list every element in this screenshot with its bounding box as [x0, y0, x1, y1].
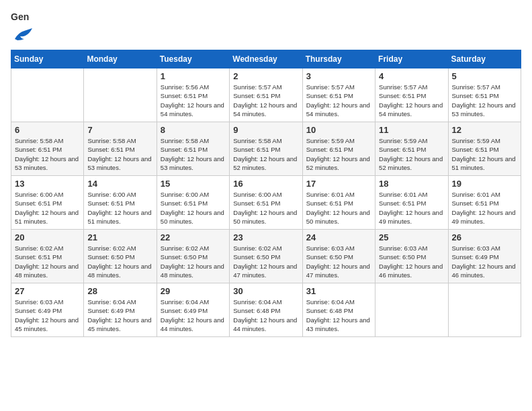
calendar-cell: 4 Sunrise: 5:57 AMSunset: 6:51 PMDayligh…	[375, 68, 448, 122]
day-info: Sunrise: 6:02 AMSunset: 6:50 PMDaylight:…	[233, 244, 298, 279]
day-info: Sunrise: 6:02 AMSunset: 6:50 PMDaylight:…	[87, 244, 152, 279]
day-info: Sunrise: 6:03 AMSunset: 6:50 PMDaylight:…	[379, 244, 444, 279]
calendar-week-row: 6 Sunrise: 5:58 AMSunset: 6:51 PMDayligh…	[11, 122, 521, 176]
day-info: Sunrise: 6:00 AMSunset: 6:51 PMDaylight:…	[161, 190, 226, 226]
calendar-cell: 12 Sunrise: 5:59 AMSunset: 6:51 PMDaylig…	[448, 122, 521, 176]
day-number: 28	[87, 286, 152, 296]
weekday-header: Thursday	[302, 50, 375, 68]
day-info: Sunrise: 6:01 AMSunset: 6:51 PMDaylight:…	[379, 190, 444, 226]
calendar-cell: 7 Sunrise: 5:58 AMSunset: 6:51 PMDayligh…	[84, 122, 157, 176]
day-info: Sunrise: 5:58 AMSunset: 6:51 PMDaylight:…	[161, 136, 226, 172]
day-number: 11	[379, 125, 444, 135]
weekday-header: Sunday	[11, 50, 84, 68]
day-info: Sunrise: 6:03 AMSunset: 6:49 PMDaylight:…	[15, 298, 80, 333]
calendar-cell: 2 Sunrise: 5:57 AMSunset: 6:51 PMDayligh…	[230, 68, 302, 122]
calendar-cell: 31 Sunrise: 6:04 AMSunset: 6:48 PMDaylig…	[302, 283, 375, 337]
calendar-cell: 23 Sunrise: 6:02 AMSunset: 6:50 PMDaylig…	[230, 230, 302, 283]
calendar-cell: 13 Sunrise: 6:00 AMSunset: 6:51 PMDaylig…	[11, 176, 84, 230]
day-number: 1	[161, 71, 226, 81]
day-info: Sunrise: 5:57 AMSunset: 6:51 PMDaylight:…	[379, 83, 444, 118]
calendar-cell: 1 Sunrise: 5:56 AMSunset: 6:51 PMDayligh…	[157, 68, 229, 122]
calendar-table: SundayMondayTuesdayWednesdayThursdayFrid…	[11, 50, 521, 337]
weekday-header: Tuesday	[157, 50, 229, 68]
day-number: 21	[87, 232, 152, 242]
calendar-cell: 15 Sunrise: 6:00 AMSunset: 6:51 PMDaylig…	[157, 176, 229, 230]
day-number: 17	[306, 179, 371, 189]
day-number: 26	[452, 232, 517, 242]
calendar-week-row: 13 Sunrise: 6:00 AMSunset: 6:51 PMDaylig…	[11, 176, 521, 230]
day-info: Sunrise: 5:59 AMSunset: 6:51 PMDaylight:…	[306, 136, 371, 172]
day-number: 19	[452, 179, 517, 189]
calendar-cell: 29 Sunrise: 6:04 AMSunset: 6:49 PMDaylig…	[157, 283, 229, 337]
calendar-cell	[11, 68, 84, 122]
calendar-header-row: SundayMondayTuesdayWednesdayThursdayFrid…	[11, 50, 521, 68]
day-number: 25	[379, 232, 444, 242]
weekday-header: Wednesday	[230, 50, 302, 68]
day-number: 16	[233, 179, 298, 189]
calendar-cell: 24 Sunrise: 6:03 AMSunset: 6:50 PMDaylig…	[302, 230, 375, 283]
calendar-cell: 25 Sunrise: 6:03 AMSunset: 6:50 PMDaylig…	[375, 230, 448, 283]
day-info: Sunrise: 6:01 AMSunset: 6:51 PMDaylight:…	[306, 190, 371, 226]
calendar-cell: 16 Sunrise: 6:00 AMSunset: 6:51 PMDaylig…	[230, 176, 302, 230]
day-number: 4	[379, 71, 444, 81]
day-number: 14	[87, 179, 152, 189]
day-number: 10	[306, 125, 371, 135]
day-number: 5	[452, 71, 517, 81]
day-info: Sunrise: 6:00 AMSunset: 6:51 PMDaylight:…	[233, 190, 298, 226]
calendar-cell: 18 Sunrise: 6:01 AMSunset: 6:51 PMDaylig…	[375, 176, 448, 230]
day-number: 15	[161, 179, 226, 189]
day-info: Sunrise: 6:03 AMSunset: 6:50 PMDaylight:…	[306, 244, 371, 279]
logo-general: General	[11, 11, 30, 27]
day-info: Sunrise: 6:01 AMSunset: 6:51 PMDaylight:…	[452, 190, 517, 226]
day-info: Sunrise: 6:00 AMSunset: 6:51 PMDaylight:…	[87, 190, 152, 226]
calendar-cell: 27 Sunrise: 6:03 AMSunset: 6:49 PMDaylig…	[11, 283, 84, 337]
day-number: 27	[15, 286, 80, 296]
day-number: 29	[161, 286, 226, 296]
calendar-cell: 19 Sunrise: 6:01 AMSunset: 6:51 PMDaylig…	[448, 176, 521, 230]
calendar-cell	[375, 283, 448, 337]
calendar-week-row: 27 Sunrise: 6:03 AMSunset: 6:49 PMDaylig…	[11, 283, 521, 337]
calendar-cell	[448, 283, 521, 337]
calendar-cell: 21 Sunrise: 6:02 AMSunset: 6:50 PMDaylig…	[84, 230, 157, 283]
day-info: Sunrise: 5:58 AMSunset: 6:51 PMDaylight:…	[233, 136, 298, 172]
calendar-cell: 5 Sunrise: 5:57 AMSunset: 6:51 PMDayligh…	[448, 68, 521, 122]
calendar-cell: 30 Sunrise: 6:04 AMSunset: 6:48 PMDaylig…	[230, 283, 302, 337]
day-info: Sunrise: 5:57 AMSunset: 6:51 PMDaylight:…	[306, 83, 371, 118]
day-number: 13	[15, 179, 80, 189]
day-info: Sunrise: 6:02 AMSunset: 6:50 PMDaylight:…	[161, 244, 226, 279]
logo-bird-icon	[13, 27, 34, 42]
calendar-cell: 14 Sunrise: 6:00 AMSunset: 6:51 PMDaylig…	[84, 176, 157, 230]
day-number: 3	[306, 71, 371, 81]
calendar-cell: 26 Sunrise: 6:03 AMSunset: 6:49 PMDaylig…	[448, 230, 521, 283]
day-info: Sunrise: 6:03 AMSunset: 6:49 PMDaylight:…	[452, 244, 517, 279]
day-info: Sunrise: 5:57 AMSunset: 6:51 PMDaylight:…	[452, 83, 517, 118]
weekday-header: Friday	[375, 50, 448, 68]
day-number: 23	[233, 232, 298, 242]
day-info: Sunrise: 5:59 AMSunset: 6:51 PMDaylight:…	[379, 136, 444, 172]
calendar-cell: 22 Sunrise: 6:02 AMSunset: 6:50 PMDaylig…	[157, 230, 229, 283]
calendar-cell: 10 Sunrise: 5:59 AMSunset: 6:51 PMDaylig…	[302, 122, 375, 176]
day-number: 2	[233, 71, 298, 81]
svg-text:General: General	[11, 11, 30, 22]
day-number: 20	[15, 232, 80, 242]
day-info: Sunrise: 6:04 AMSunset: 6:48 PMDaylight:…	[233, 298, 298, 333]
day-info: Sunrise: 5:58 AMSunset: 6:51 PMDaylight:…	[15, 136, 80, 172]
day-info: Sunrise: 5:57 AMSunset: 6:51 PMDaylight:…	[233, 83, 298, 118]
calendar-cell: 20 Sunrise: 6:02 AMSunset: 6:51 PMDaylig…	[11, 230, 84, 283]
calendar-week-row: 1 Sunrise: 5:56 AMSunset: 6:51 PMDayligh…	[11, 68, 521, 122]
day-number: 12	[452, 125, 517, 135]
day-number: 22	[161, 232, 226, 242]
calendar-cell: 17 Sunrise: 6:01 AMSunset: 6:51 PMDaylig…	[302, 176, 375, 230]
day-number: 9	[233, 125, 298, 135]
day-number: 31	[306, 286, 371, 296]
calendar-cell: 9 Sunrise: 5:58 AMSunset: 6:51 PMDayligh…	[230, 122, 302, 176]
calendar-cell: 11 Sunrise: 5:59 AMSunset: 6:51 PMDaylig…	[375, 122, 448, 176]
day-info: Sunrise: 6:04 AMSunset: 6:48 PMDaylight:…	[306, 298, 371, 333]
day-info: Sunrise: 5:59 AMSunset: 6:51 PMDaylight:…	[452, 136, 517, 172]
day-info: Sunrise: 6:04 AMSunset: 6:49 PMDaylight:…	[161, 298, 226, 333]
page-header: General	[11, 11, 521, 42]
day-number: 30	[233, 286, 298, 296]
calendar-cell: 6 Sunrise: 5:58 AMSunset: 6:51 PMDayligh…	[11, 122, 84, 176]
calendar-cell: 28 Sunrise: 6:04 AMSunset: 6:49 PMDaylig…	[84, 283, 157, 337]
weekday-header: Saturday	[448, 50, 521, 68]
